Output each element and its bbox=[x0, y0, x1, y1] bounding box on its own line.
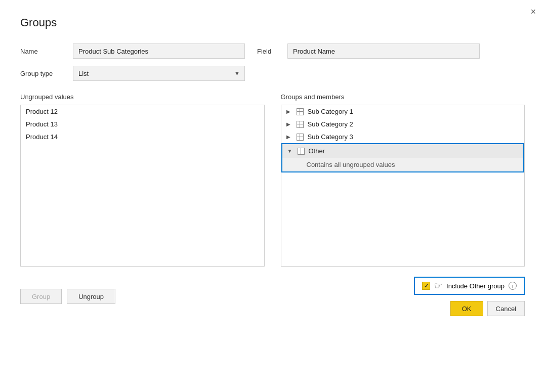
tree-item-label: Sub Category 2 bbox=[308, 120, 353, 128]
ok-cancel-buttons: OK Cancel bbox=[450, 301, 525, 316]
ungrouped-title: Ungrouped values bbox=[20, 93, 265, 101]
group-type-row: Group type List Bin ▼ bbox=[20, 66, 525, 81]
expand-icon: ▶ bbox=[286, 121, 294, 127]
name-label: Name bbox=[20, 48, 61, 55]
grid-icon bbox=[296, 134, 305, 141]
ungroup-button[interactable]: Ungroup bbox=[67, 289, 115, 304]
collapse-icon: ▼ bbox=[287, 148, 295, 154]
close-button[interactable]: × bbox=[530, 7, 536, 16]
group-type-select[interactable]: List Bin bbox=[73, 66, 245, 81]
name-input[interactable] bbox=[73, 43, 245, 59]
bottom-row: Group Ungroup ✓ ☞ Include Other group i … bbox=[20, 277, 525, 316]
tree-item-label: Sub Category 1 bbox=[308, 108, 353, 115]
info-icon: i bbox=[509, 282, 517, 290]
tree-child-ungrouped: Contains all ungrouped values bbox=[282, 158, 524, 171]
group-button[interactable]: Group bbox=[20, 289, 62, 304]
tree-item-label: Other bbox=[309, 147, 325, 155]
groups-dialog: × Groups Name Field Group type List Bin … bbox=[0, 0, 545, 392]
include-other-group-checkbox[interactable]: ✓ ☞ Include Other group i bbox=[414, 277, 525, 295]
list-item[interactable]: Product 12 bbox=[21, 105, 264, 118]
cancel-button[interactable]: Cancel bbox=[487, 301, 525, 316]
panels-row: Ungrouped values Product 12 Product 13 P… bbox=[20, 93, 525, 267]
tree-item-sub-cat-2[interactable]: ▶ Sub Category 2 bbox=[281, 118, 525, 130]
grid-icon bbox=[297, 148, 306, 155]
groups-tree[interactable]: ▶ Sub Category 1 ▶ Sub Category 2 ▶ bbox=[281, 105, 525, 267]
tree-item-other[interactable]: ▼ Other bbox=[282, 144, 524, 158]
grid-icon bbox=[296, 121, 305, 128]
group-ungroup-buttons: Group Ungroup bbox=[20, 289, 115, 304]
bottom-actions: ✓ ☞ Include Other group i OK Cancel bbox=[414, 277, 525, 316]
ok-button[interactable]: OK bbox=[450, 301, 483, 316]
dialog-title: Groups bbox=[20, 16, 525, 29]
list-item[interactable]: Product 13 bbox=[21, 118, 264, 130]
field-input[interactable] bbox=[287, 43, 480, 59]
include-other-label: Include Other group bbox=[446, 282, 505, 290]
tree-item-label: Sub Category 3 bbox=[308, 133, 353, 141]
tree-item-sub-cat-3[interactable]: ▶ Sub Category 3 bbox=[281, 130, 525, 143]
name-field-row: Name Field bbox=[20, 43, 525, 59]
checkbox-icon: ✓ bbox=[422, 282, 430, 290]
expand-icon: ▶ bbox=[286, 109, 294, 114]
ungrouped-list[interactable]: Product 12 Product 13 Product 14 bbox=[20, 105, 265, 267]
tree-item-sub-cat-1[interactable]: ▶ Sub Category 1 bbox=[281, 105, 525, 118]
list-item[interactable]: Product 14 bbox=[21, 130, 264, 143]
field-label: Field bbox=[257, 48, 275, 55]
group-type-label: Group type bbox=[20, 70, 61, 77]
cursor-hand-icon: ☞ bbox=[434, 280, 442, 291]
ungrouped-panel: Ungrouped values Product 12 Product 13 P… bbox=[20, 93, 265, 267]
expand-icon: ▶ bbox=[286, 134, 294, 140]
groups-panel: Groups and members ▶ Sub Category 1 ▶ bbox=[281, 93, 525, 267]
other-section: ▼ Other Contains all ungrouped values bbox=[281, 143, 525, 172]
groups-title: Groups and members bbox=[281, 93, 525, 101]
group-type-select-wrapper: List Bin ▼ bbox=[73, 66, 245, 81]
grid-icon bbox=[296, 108, 305, 115]
